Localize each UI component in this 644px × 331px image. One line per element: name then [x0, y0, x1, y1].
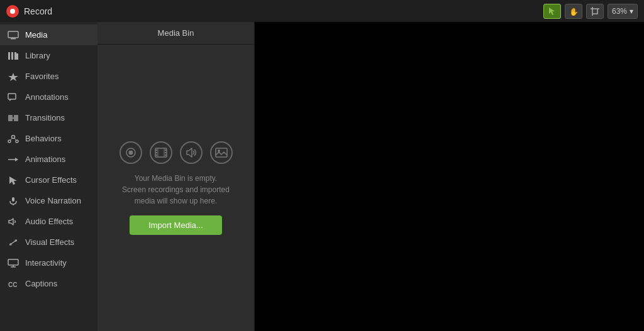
- svg-rect-45: [156, 155, 157, 156]
- svg-rect-44: [156, 152, 157, 153]
- media-type-icons-row: [119, 141, 233, 164]
- select-tool-button[interactable]: [543, 4, 561, 19]
- sidebar-item-cursor-effects[interactable]: Cursor Effects: [0, 170, 97, 190]
- audio-effects-icon: [8, 217, 19, 226]
- svg-point-22: [16, 140, 18, 143]
- sidebar-item-voice-narration[interactable]: Voice Narration: [0, 190, 97, 211]
- zoom-chevron: ▾: [630, 7, 633, 16]
- svg-rect-34: [8, 259, 18, 265]
- sidebar-item-behaviors[interactable]: Behaviors: [0, 128, 97, 149]
- cursor-icon: [548, 7, 557, 16]
- film-type-icon: [150, 141, 172, 164]
- svg-marker-0: [549, 8, 555, 15]
- media-icon: [8, 31, 19, 40]
- hand-icon: ✋: [569, 7, 578, 16]
- svg-rect-48: [165, 155, 166, 156]
- sidebar-item-label-library: Library: [25, 51, 50, 60]
- voice-narration-icon: [8, 197, 19, 205]
- hand-tool-button[interactable]: ✋: [565, 4, 582, 19]
- sidebar-item-label-favorites: Favorites: [25, 72, 58, 81]
- svg-rect-43: [156, 149, 157, 151]
- library-icon: [8, 52, 19, 60]
- sidebar-item-media[interactable]: Media: [0, 24, 97, 45]
- sidebar: MediaLibraryFavoritesAnnotationsTransiti…: [0, 22, 97, 331]
- sidebar-item-visual-effects[interactable]: Visual Effects: [0, 232, 97, 252]
- sidebar-item-library[interactable]: Library: [0, 45, 97, 66]
- svg-rect-18: [14, 115, 18, 121]
- media-bin-content: Your Media Bin is empty.Screen recording…: [97, 45, 254, 331]
- svg-rect-12: [14, 52, 16, 60]
- svg-text:✋: ✋: [569, 7, 578, 16]
- svg-rect-15: [8, 94, 16, 99]
- image-icon: [215, 148, 228, 158]
- svg-rect-28: [12, 197, 14, 202]
- cursor-effects-icon: [8, 176, 19, 185]
- transitions-icon: [8, 114, 19, 122]
- svg-point-32: [9, 243, 12, 246]
- zoom-selector[interactable]: 63% ▾: [608, 4, 638, 19]
- sidebar-item-label-voice-narration: Voice Narration: [25, 196, 81, 205]
- record-type-icon: [119, 141, 142, 164]
- svg-marker-27: [9, 176, 17, 185]
- sidebar-item-label-annotations: Annotations: [25, 92, 69, 102]
- sidebar-item-captions[interactable]: CCCaptions: [0, 273, 97, 294]
- annotations-icon: [8, 93, 19, 102]
- audio-icon: [185, 147, 197, 158]
- sidebar-item-label-media: Media: [25, 30, 47, 40]
- behaviors-icon: [8, 134, 19, 143]
- svg-line-24: [14, 138, 16, 140]
- audio-type-icon: [180, 141, 203, 164]
- crop-tool-button[interactable]: [586, 4, 604, 19]
- svg-rect-47: [165, 152, 166, 153]
- interactivity-icon: [8, 259, 19, 268]
- svg-rect-50: [216, 148, 227, 157]
- image-type-icon: [210, 141, 233, 164]
- main-layout: MediaLibraryFavoritesAnnotationsTransiti…: [0, 22, 644, 331]
- captions-icon: CC: [8, 279, 19, 288]
- svg-rect-2: [592, 9, 597, 14]
- sidebar-item-label-cursor-effects: Cursor Effects: [25, 175, 77, 185]
- svg-marker-14: [8, 73, 18, 81]
- svg-rect-13: [16, 53, 18, 60]
- svg-rect-8: [11, 38, 16, 40]
- favorites-icon: [8, 72, 19, 81]
- sidebar-item-label-captions: Captions: [25, 279, 57, 288]
- import-media-button[interactable]: Import Media...: [130, 215, 222, 235]
- visual-effects-icon: [8, 238, 19, 247]
- sidebar-item-audio-effects[interactable]: Audio Effects: [0, 211, 97, 232]
- sidebar-item-annotations[interactable]: Annotations: [0, 87, 97, 107]
- animations-icon: [8, 155, 19, 164]
- svg-marker-30: [9, 219, 13, 225]
- app-title: Record: [24, 6, 538, 16]
- media-bin-header: Media Bin: [97, 22, 254, 45]
- svg-marker-16: [9, 99, 12, 101]
- sidebar-item-label-visual-effects: Visual Effects: [25, 237, 74, 247]
- film-icon: [155, 148, 167, 158]
- sidebar-item-label-transitions: Transitions: [25, 113, 65, 122]
- sidebar-item-interactivity[interactable]: Interactivity: [0, 252, 97, 273]
- sidebar-item-transitions[interactable]: Transitions: [0, 107, 97, 128]
- svg-marker-49: [187, 148, 192, 157]
- svg-rect-46: [165, 149, 166, 151]
- svg-marker-26: [15, 158, 18, 161]
- svg-point-21: [8, 140, 11, 143]
- sidebar-item-label-audio-effects: Audio Effects: [25, 217, 73, 226]
- svg-line-23: [11, 138, 13, 140]
- svg-point-20: [12, 135, 15, 138]
- svg-text:CC: CC: [8, 281, 17, 288]
- sidebar-item-label-interactivity: Interactivity: [25, 258, 67, 268]
- app-icon: [6, 5, 19, 18]
- sidebar-item-label-behaviors: Behaviors: [25, 134, 62, 143]
- svg-rect-7: [8, 31, 18, 38]
- preview-area: [255, 22, 644, 331]
- svg-rect-11: [11, 52, 13, 60]
- svg-rect-17: [8, 115, 13, 121]
- record-circle-icon: [125, 147, 136, 158]
- svg-point-39: [128, 150, 133, 155]
- media-bin-panel: Media Bin: [97, 22, 255, 331]
- toolbar-icons: ✋ 63% ▾: [543, 4, 638, 19]
- zoom-value: 63%: [612, 7, 627, 16]
- sidebar-item-favorites[interactable]: Favorites: [0, 66, 97, 87]
- sidebar-item-animations[interactable]: Animations: [0, 149, 97, 170]
- sidebar-item-label-animations: Animations: [25, 155, 65, 164]
